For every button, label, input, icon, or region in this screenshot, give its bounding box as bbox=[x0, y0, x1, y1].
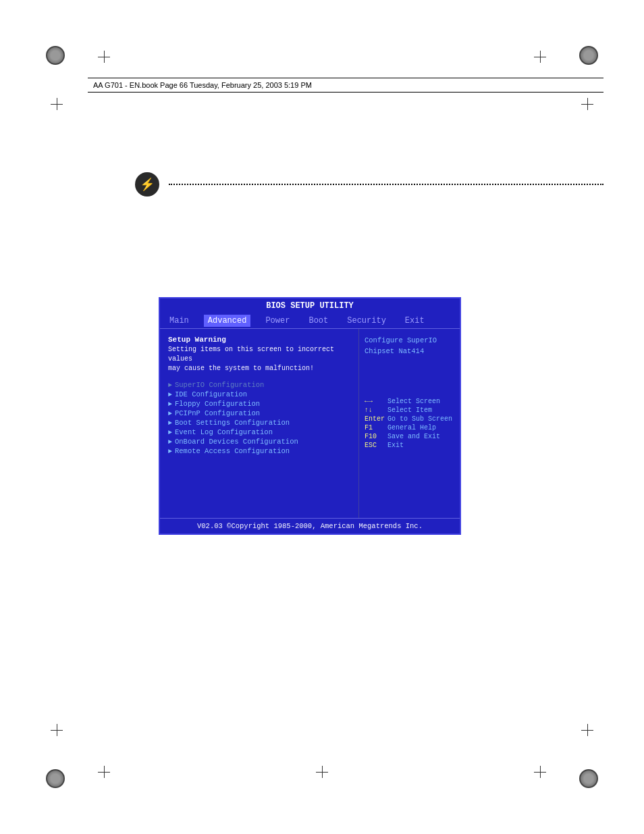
crosshair-bl bbox=[98, 766, 110, 778]
list-item-boot-settings[interactable]: ► Boot Settings Configuration bbox=[168, 418, 350, 427]
dotted-divider bbox=[169, 184, 603, 185]
arrow-remote: ► bbox=[168, 448, 172, 455]
arrow-boot-settings: ► bbox=[168, 419, 172, 427]
key-f1: F1 bbox=[365, 424, 385, 432]
key-arrows-lr: ←→ bbox=[365, 398, 385, 405]
warning-title: Setup Warning bbox=[168, 336, 350, 344]
crosshair-tr bbox=[534, 51, 546, 63]
list-item-onboard[interactable]: ► OnBoard Devices Configuration bbox=[168, 437, 350, 446]
corner-decoration-br bbox=[579, 769, 598, 788]
list-item-remote[interactable]: ► Remote Access Configuration bbox=[168, 446, 350, 456]
crosshair-tl bbox=[98, 51, 110, 63]
key-arrows-ud: ↑↓ bbox=[365, 407, 385, 414]
bios-content: Setup Warning Setting items on this scre… bbox=[160, 329, 460, 518]
arrow-superio: ► bbox=[168, 382, 172, 389]
corner-decoration-bl bbox=[46, 769, 65, 788]
arrow-onboard: ► bbox=[168, 438, 172, 446]
key-row-0: ←→ Select Screen bbox=[365, 398, 454, 405]
list-item-pcipnp[interactable]: ► PCIPnP Configuration bbox=[168, 409, 350, 418]
bios-right-panel: Configure SuperIO Chipset Nat414 ←→ Sele… bbox=[358, 329, 460, 518]
bios-footer: V02.03 ©Copyright 1985-2000, American Me… bbox=[160, 518, 460, 533]
key-desc-3: General Help bbox=[387, 424, 436, 432]
bios-menubar: Main Advanced Power Boot Security Exit bbox=[160, 313, 460, 329]
bios-menu-boot[interactable]: Boot bbox=[304, 315, 332, 327]
key-desc-2: Go to Sub Screen bbox=[387, 415, 452, 423]
corner-decoration-tl bbox=[46, 46, 65, 65]
lightning-section: ⚡ bbox=[135, 172, 603, 197]
key-desc-4: Save and Exit bbox=[387, 433, 440, 440]
warning-text: Setting items on this screen to incorrec… bbox=[168, 345, 350, 373]
key-f10: F10 bbox=[365, 433, 385, 440]
crosshair-bc bbox=[316, 766, 328, 778]
crosshair-bl2 bbox=[51, 724, 63, 736]
crosshair-br bbox=[534, 766, 546, 778]
list-item-floppy[interactable]: ► Floppy Configuration bbox=[168, 399, 350, 409]
keybindings-section: ←→ Select Screen ↑↓ Select Item Enter Go… bbox=[365, 398, 454, 449]
bios-screen: BIOS SETUP UTILITY Main Advanced Power B… bbox=[159, 297, 461, 535]
bios-title: BIOS SETUP UTILITY bbox=[160, 298, 460, 313]
key-row-3: F1 General Help bbox=[365, 424, 454, 432]
key-row-4: F10 Save and Exit bbox=[365, 433, 454, 440]
key-row-2: Enter Go to Sub Screen bbox=[365, 415, 454, 423]
crosshair-tl2 bbox=[51, 98, 63, 110]
lightning-icon: ⚡ bbox=[135, 172, 159, 197]
bios-submenu-list: ► SuperIO Configuration ► IDE Configurat… bbox=[168, 380, 350, 456]
key-enter: Enter bbox=[365, 415, 385, 423]
corner-decoration-tr bbox=[579, 46, 598, 65]
header-text: AA G701 - EN.book Page 66 Tuesday, Febru… bbox=[93, 81, 312, 89]
arrow-floppy: ► bbox=[168, 400, 172, 408]
key-esc: ESC bbox=[365, 442, 385, 449]
list-item-ide[interactable]: ► IDE Configuration bbox=[168, 390, 350, 399]
key-desc-5: Exit bbox=[387, 442, 404, 449]
key-desc-1: Select Item bbox=[387, 407, 432, 414]
arrow-pcipnp: ► bbox=[168, 410, 172, 417]
list-item-superio[interactable]: ► SuperIO Configuration bbox=[168, 380, 350, 390]
bios-menu-main[interactable]: Main bbox=[165, 315, 193, 327]
bios-left-panel: Setup Warning Setting items on this scre… bbox=[160, 329, 358, 518]
bios-menu-power[interactable]: Power bbox=[261, 315, 294, 327]
arrow-ide: ► bbox=[168, 391, 172, 398]
arrow-event-log: ► bbox=[168, 429, 172, 436]
crosshair-br2 bbox=[581, 724, 593, 736]
bios-menu-advanced[interactable]: Advanced bbox=[204, 315, 251, 327]
right-panel-text: Configure SuperIO Chipset Nat414 bbox=[365, 336, 454, 357]
list-item-event-log[interactable]: ► Event Log Configuration bbox=[168, 427, 350, 437]
header-bar: AA G701 - EN.book Page 66 Tuesday, Febru… bbox=[88, 78, 603, 93]
bios-menu-exit[interactable]: Exit bbox=[401, 315, 429, 327]
crosshair-tr2 bbox=[581, 98, 593, 110]
key-row-1: ↑↓ Select Item bbox=[365, 407, 454, 414]
key-row-5: ESC Exit bbox=[365, 442, 454, 449]
bios-menu-security[interactable]: Security bbox=[343, 315, 390, 327]
key-desc-0: Select Screen bbox=[387, 398, 440, 405]
